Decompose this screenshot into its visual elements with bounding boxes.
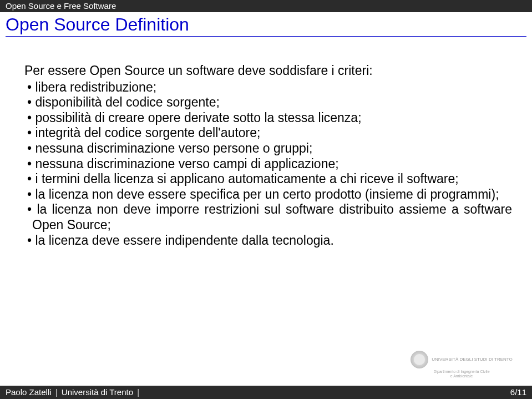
footer-bar: Paolo Zatelli | Università di Trento | 6… [0, 386, 532, 399]
university-logo: UNIVERSITÀ DEGLI STUDI DI TRENTO Diparti… [403, 346, 520, 383]
header-text: Open Source e Free Software [6, 1, 116, 11]
list-item: possibilità di creare opere derivate sot… [24, 110, 512, 126]
logo-university-name: UNIVERSITÀ DEGLI STUDI DI TRENTO [432, 357, 513, 362]
footer-page: 6/11 [510, 387, 526, 397]
logo-emblem-icon [411, 351, 428, 368]
list-item: libera redistribuzione; [24, 80, 512, 95]
list-item: nessuna discriminazione verso persone o … [24, 141, 512, 156]
logo-top-row: UNIVERSITÀ DEGLI STUDI DI TRENTO [411, 351, 513, 368]
list-item: la licenza non deve imporre restrizioni … [24, 202, 512, 233]
footer-affiliation: Università di Trento [62, 387, 133, 397]
intro-text: Per essere Open Source un software deve … [24, 63, 512, 79]
content-area: Per essere Open Source un software deve … [0, 37, 532, 248]
bullet-list: libera redistribuzione; disponibilità de… [24, 80, 512, 249]
list-item: i termini della licenza si applicano aut… [24, 171, 512, 187]
logo-department: Dipartimento di Ingegneria Civile e Ambi… [433, 370, 489, 378]
list-item: nessuna discriminazione verso campi di a… [24, 156, 512, 172]
footer-separator: | [137, 387, 139, 397]
header-bar: Open Source e Free Software [0, 0, 532, 12]
list-item: la licenza non deve essere specifica per… [24, 187, 512, 203]
footer-separator: | [55, 387, 58, 397]
list-item: integrità del codice sorgente dell'autor… [24, 125, 512, 141]
list-item: disponibilità del codice sorgente; [24, 95, 512, 110]
slide-title: Open Source Definition [0, 12, 532, 36]
footer-author: Paolo Zatelli [6, 387, 52, 397]
list-item: la licenza deve essere indipendente dall… [24, 233, 512, 249]
footer-left: Paolo Zatelli | Università di Trento | [6, 387, 141, 397]
